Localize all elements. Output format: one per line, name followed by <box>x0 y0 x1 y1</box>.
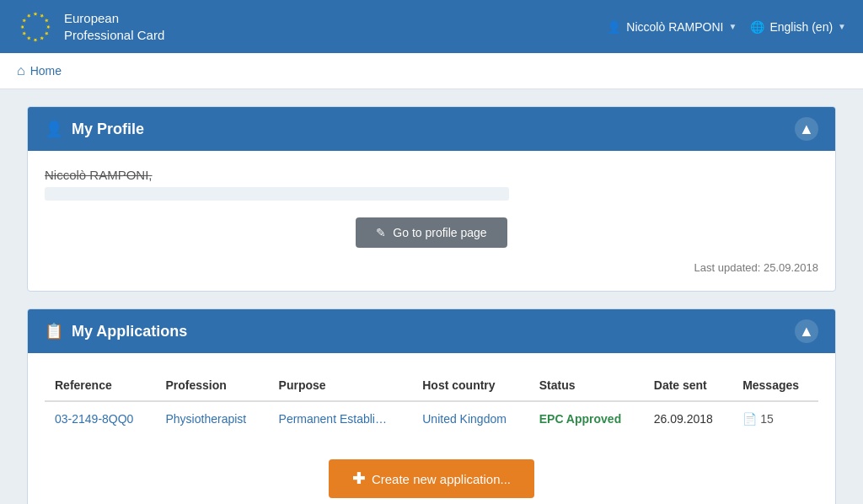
cell-profession: Physiotherapist <box>155 401 268 436</box>
col-date-sent: Date sent <box>644 370 732 401</box>
profile-panel-icon: 👤 <box>45 120 63 138</box>
my-profile-panel-body: Niccolò RAMPONI, ✎ Go to profile page La… <box>28 151 835 291</box>
col-status: Status <box>529 370 644 401</box>
go-to-profile-button[interactable]: ✎ Go to profile page <box>356 217 507 248</box>
my-applications-panel-header: 📋 My Applications ▲ <box>28 309 835 353</box>
cell-status: EPC Approved <box>529 401 644 436</box>
breadcrumb: ⌂ Home <box>0 53 863 89</box>
profession-link[interactable]: Physiotherapist <box>165 412 246 426</box>
app-title: European Professional Card <box>64 10 164 43</box>
host-country-link[interactable]: United Kingdom <box>422 412 507 426</box>
last-updated-text: Last updated: 25.09.2018 <box>45 261 818 274</box>
my-profile-title: 👤 My Profile <box>45 120 144 138</box>
edit-icon: ✎ <box>376 226 386 239</box>
col-purpose: Purpose <box>269 370 413 401</box>
user-menu[interactable]: 👤 Niccolò RAMPONI ▼ <box>607 20 737 34</box>
create-application-section: ✚ Create new application... <box>45 453 818 501</box>
applications-table-head: Reference Profession Purpose Host countr… <box>45 370 818 401</box>
plus-icon: ✚ <box>352 469 365 488</box>
cell-host-country: United Kingdom <box>412 401 528 436</box>
language-menu[interactable]: 🌐 English (en) ▼ <box>750 20 846 34</box>
create-new-application-button[interactable]: ✚ Create new application... <box>329 459 534 498</box>
main-content: 👤 My Profile ▲ Niccolò RAMPONI, ✎ Go to … <box>10 89 853 504</box>
my-applications-panel: 📋 My Applications ▲ Reference Profession… <box>27 308 836 504</box>
language-label: English (en) <box>769 20 833 34</box>
cell-date-sent: 26.09.2018 <box>644 401 732 436</box>
user-icon: 👤 <box>607 20 621 34</box>
my-applications-title: 📋 My Applications <box>45 322 187 340</box>
profile-info-blurred <box>45 187 509 201</box>
globe-icon: 🌐 <box>750 20 764 34</box>
purpose-link[interactable]: Permanent Establi… <box>279 412 387 426</box>
col-reference: Reference <box>45 370 155 401</box>
header-logo-area: European Professional Card <box>17 8 164 46</box>
user-dropdown-arrow: ▼ <box>728 22 737 31</box>
app-header: European Professional Card 👤 Niccolò RAM… <box>0 0 863 53</box>
profile-panel-collapse-button[interactable]: ▲ <box>795 117 818 141</box>
table-row: 03-2149-8QQ0 Physiotherapist Permanent E… <box>45 401 818 436</box>
header-controls: 👤 Niccolò RAMPONI ▼ 🌐 English (en) ▼ <box>607 20 846 34</box>
applications-table-body: 03-2149-8QQ0 Physiotherapist Permanent E… <box>45 401 818 436</box>
reference-link[interactable]: 03-2149-8QQ0 <box>55 412 133 426</box>
message-icon: 📄 <box>742 412 757 426</box>
applications-table: Reference Profession Purpose Host countr… <box>45 370 818 436</box>
col-profession: Profession <box>155 370 268 401</box>
cell-purpose: Permanent Establi… <box>269 401 413 436</box>
user-name: Niccolò RAMPONI <box>626 20 723 34</box>
my-profile-panel: 👤 My Profile ▲ Niccolò RAMPONI, ✎ Go to … <box>27 106 836 292</box>
col-messages: Messages <box>732 370 818 401</box>
home-icon: ⌂ <box>17 63 25 78</box>
message-count: 15 <box>760 412 774 426</box>
home-link[interactable]: Home <box>30 64 62 78</box>
cell-messages: 📄15 <box>732 401 818 436</box>
eu-stars-logo <box>17 8 54 46</box>
lang-dropdown-arrow: ▼ <box>838 22 846 31</box>
profile-actions: ✎ Go to profile page <box>45 217 818 248</box>
col-host-country: Host country <box>412 370 528 401</box>
applications-table-header-row: Reference Profession Purpose Host countr… <box>45 370 818 401</box>
my-profile-panel-header: 👤 My Profile ▲ <box>28 107 835 151</box>
applications-panel-collapse-button[interactable]: ▲ <box>795 319 818 343</box>
applications-panel-icon: 📋 <box>45 322 63 340</box>
my-applications-panel-body: Reference Profession Purpose Host countr… <box>28 353 835 504</box>
profile-name-strikethrough: Niccolò RAMPONI, <box>45 168 818 182</box>
cell-reference: 03-2149-8QQ0 <box>45 401 155 436</box>
status-badge: EPC Approved <box>539 412 622 426</box>
